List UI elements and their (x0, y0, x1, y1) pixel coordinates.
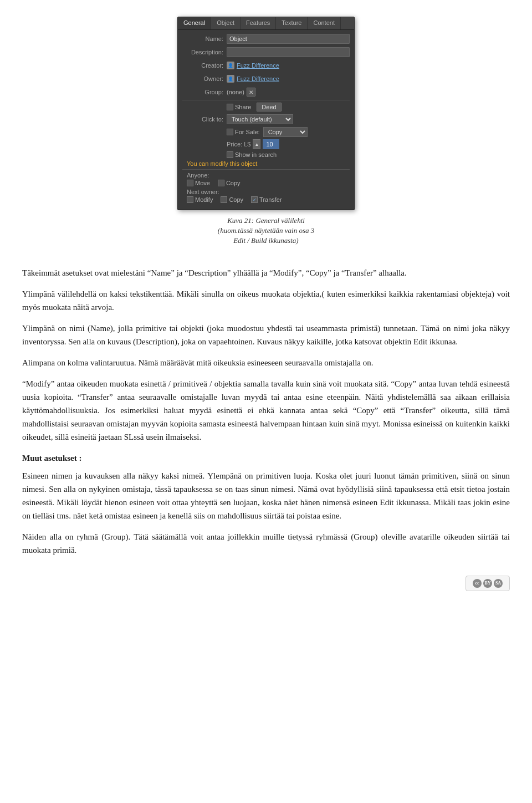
body-section-heading: Muut asetukset : (22, 451, 510, 465)
name-label: Name: (182, 35, 227, 42)
body-paragraph-3: Ylimpänä on nimi (Name), jolla primitive… (22, 322, 510, 348)
for-sale-type-select[interactable]: Copy (263, 127, 308, 137)
creator-row: Creator: 👤 Fuzz Difference (182, 60, 350, 71)
click-to-label: Click to: (182, 116, 227, 123)
form-section: Name: Description: Creator: 👤 Fuzz Diffe… (178, 30, 354, 210)
move-label: Move (195, 180, 210, 186)
modify2-checkbox-label[interactable]: Modify (187, 196, 213, 203)
share-checkbox-label[interactable]: Share (227, 104, 251, 110)
owner-link[interactable]: 👤 Fuzz Difference (227, 75, 279, 83)
transfer-label: Transfer (259, 196, 282, 203)
group-label: Group: (182, 89, 227, 95)
for-sale-checkbox[interactable] (227, 129, 233, 135)
cc-badge-wrapper: cc BY SA (22, 576, 510, 591)
cc-badge[interactable]: cc BY SA (466, 576, 510, 591)
description-row: Description: (182, 47, 350, 58)
click-to-row: Click to: Touch (default) (182, 114, 350, 125)
caption-line1: Kuva 21: General välilehti (227, 216, 305, 225)
cc-by-icon: BY (483, 579, 492, 588)
next-owner-row: Modify Copy Transfer (187, 196, 350, 203)
share-deed-row: Share Deed (227, 103, 350, 111)
deed-button[interactable]: Deed (257, 103, 281, 111)
for-sale-label: For Sale: (235, 129, 260, 135)
name-input[interactable] (227, 34, 350, 44)
page-container: General Object Features Texture Content … (22, 11, 510, 591)
anyone-row: Move Copy (187, 180, 350, 186)
body-paragraph-2: Ylimpänä välilehdellä on kaksi tekstiken… (22, 287, 510, 314)
caption-line2: (huom.tässä näytetään vain osa 3 (218, 226, 314, 235)
group-value: (none) (227, 89, 244, 95)
modify2-label: Modify (195, 196, 213, 203)
ui-panel-wrapper: General Object Features Texture Content … (177, 17, 355, 246)
body-paragraph-4: Alimpana on kolma valintaruutua. Nämä mä… (22, 356, 510, 369)
body-paragraph-6: Esineen nimen ja kuvauksen alla näkyy ka… (22, 469, 510, 522)
copy-label: Copy (226, 180, 241, 186)
modify-notice: You can modify this object (187, 160, 345, 167)
show-in-search-text: Show in search (235, 151, 277, 158)
next-owner-section-label: Next owner: (187, 189, 350, 195)
transfer-checkbox-label[interactable]: Transfer (251, 196, 282, 203)
copy-checkbox[interactable] (218, 180, 224, 186)
for-sale-checkbox-label[interactable]: For Sale: (227, 129, 260, 135)
show-in-search-label[interactable]: Show in search (227, 151, 277, 158)
tab-texture[interactable]: Texture (276, 17, 308, 29)
modify2-checkbox[interactable] (187, 196, 193, 203)
move-checkbox[interactable] (187, 180, 193, 186)
creator-link[interactable]: 👤 Fuzz Difference (227, 62, 279, 69)
cc-icon: cc (473, 579, 482, 588)
price-spinner-up[interactable]: ▲ (253, 139, 260, 149)
group-clear-button[interactable]: ✕ (247, 88, 255, 96)
name-row: Name: (182, 33, 350, 44)
group-row: Group: (none) ✕ (182, 87, 350, 98)
copy2-checkbox-label[interactable]: Copy (221, 196, 243, 203)
owner-avatar: 👤 (227, 75, 234, 83)
caption: Kuva 21: General välilehti (huom.tässä n… (218, 216, 314, 246)
tab-bar: General Object Features Texture Content (178, 17, 354, 30)
description-input[interactable] (227, 47, 350, 57)
owner-label: Owner: (182, 75, 227, 82)
owner-value: Fuzz Difference (237, 75, 279, 82)
body-paragraph-1: Täkeimmät asetukset ovat mielestäni “Nam… (22, 266, 510, 279)
click-to-select[interactable]: Touch (default) (227, 114, 293, 124)
tab-object[interactable]: Object (211, 17, 241, 29)
show-in-search-checkbox[interactable] (227, 151, 233, 158)
group-value-row: (none) ✕ (227, 88, 255, 96)
share-label: Share (235, 104, 251, 110)
copy2-label: Copy (229, 196, 243, 203)
body-text: Täkeimmät asetukset ovat mielestäni “Nam… (22, 266, 510, 565)
move-checkbox-label[interactable]: Move (187, 180, 210, 186)
owner-row: Owner: 👤 Fuzz Difference (182, 73, 350, 84)
show-in-search-row: Show in search (227, 151, 350, 158)
description-label: Description: (182, 49, 227, 55)
price-row: Price: L$ ▲ 10 (227, 139, 350, 149)
divider-1 (182, 100, 350, 100)
tab-general[interactable]: General (178, 17, 211, 29)
cc-sa-icon: SA (494, 579, 503, 588)
body-paragraph-5: “Modify” antaa oikeuden muokata esinettä… (22, 377, 510, 444)
creator-avatar: 👤 (227, 62, 234, 69)
transfer-checkbox[interactable] (251, 196, 258, 203)
share-checkbox[interactable] (227, 104, 233, 110)
creator-label: Creator: (182, 62, 227, 69)
tab-features[interactable]: Features (241, 17, 276, 29)
price-label: Price: L$ (227, 141, 250, 148)
ui-panel: General Object Features Texture Content … (177, 17, 355, 210)
divider-2 (182, 169, 350, 170)
for-sale-row: For Sale: Copy (227, 127, 350, 137)
anyone-section-label: Anyone: (187, 172, 350, 179)
price-value: 10 (263, 139, 279, 149)
tab-content[interactable]: Content (308, 17, 341, 29)
creator-value: Fuzz Difference (237, 62, 279, 69)
caption-line3: Edit / Build ikkunasta) (233, 236, 298, 245)
copy-checkbox-label[interactable]: Copy (218, 180, 241, 186)
body-paragraph-7: Näiden alla on ryhmä (Group). Tätä säätä… (22, 530, 510, 557)
copy2-checkbox[interactable] (221, 196, 227, 203)
